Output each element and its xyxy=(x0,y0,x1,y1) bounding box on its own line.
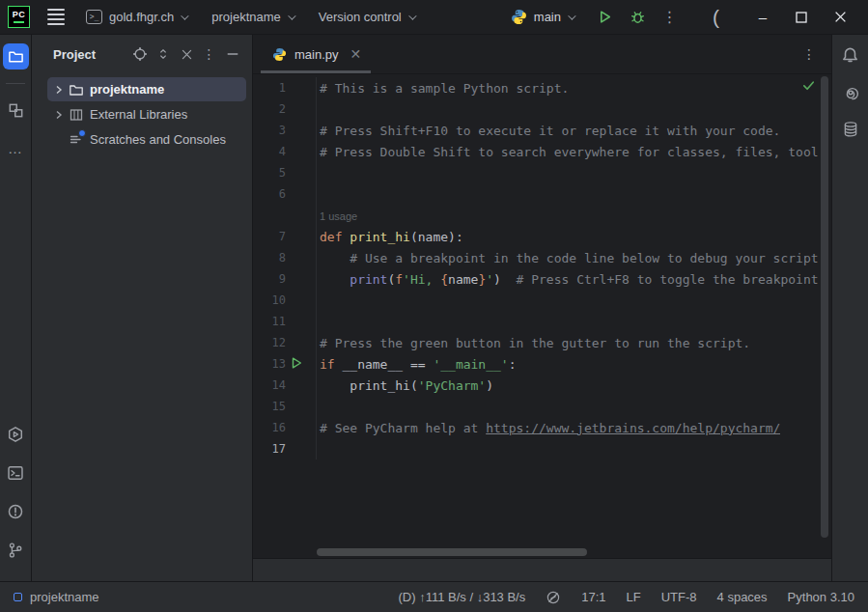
kebab-menu-icon: ⋮ xyxy=(203,46,217,62)
gutter[interactable]: 3 xyxy=(253,120,317,141)
remote-host-menu[interactable]: >_ gold.fhgr.ch xyxy=(78,6,194,28)
tab-main-py[interactable]: main.py ✕ xyxy=(261,35,371,73)
run-gutter-icon[interactable] xyxy=(290,356,303,370)
gutter[interactable]: 15 xyxy=(253,396,317,417)
line-number: 2 xyxy=(253,102,286,116)
vertical-scrollbar[interactable] xyxy=(821,76,828,538)
pycharm-window: PC >_ gold.fhgr.ch projektname Version c… xyxy=(0,0,868,612)
code-line[interactable]: 5 xyxy=(253,162,831,183)
run-configuration-selector[interactable]: main xyxy=(503,5,581,29)
more-tool-windows-button[interactable]: … xyxy=(3,135,29,161)
code-text: def print_hi(name): xyxy=(317,230,463,244)
structure-tool-window-button[interactable] xyxy=(3,97,29,124)
code-line[interactable]: 3# Press Shift+F10 to execute it or repl… xyxy=(253,120,831,141)
status-interpreter[interactable]: Python 3.10 xyxy=(788,590,854,604)
gutter[interactable]: 13 xyxy=(253,353,317,375)
panel-options-button[interactable]: ⋮ xyxy=(198,42,221,66)
expand-collapse-button[interactable] xyxy=(152,42,175,66)
gutter[interactable]: 11 xyxy=(253,311,317,332)
version-control-menu[interactable]: Version control xyxy=(311,6,422,28)
code-line[interactable]: 1# This is a sample Python script. xyxy=(253,77,831,98)
chevron-right-icon[interactable] xyxy=(51,85,67,95)
status-caret-position[interactable]: 17:1 xyxy=(581,590,605,604)
gutter[interactable]: 9 xyxy=(253,268,317,290)
inspections-ok-icon[interactable] xyxy=(801,78,816,93)
status-bar: projektname (D) ↑111 B/s / ↓313 B/s 17:1… xyxy=(0,581,868,612)
git-tool-window-button[interactable] xyxy=(3,537,29,563)
gutter[interactable]: 1 xyxy=(253,77,317,98)
tree-item-label: projektname xyxy=(90,82,164,97)
code-text: if __name__ == '__main__': xyxy=(317,357,517,372)
status-line-separator[interactable]: LF xyxy=(627,590,641,604)
editor-options-button[interactable]: ⋮ xyxy=(787,46,831,62)
services-tool-window-button[interactable] xyxy=(3,421,29,447)
code-text: # Use a breakpoint in the code line belo… xyxy=(317,251,819,265)
tree-item-projektname[interactable]: projektname xyxy=(47,77,246,101)
more-actions-button[interactable]: ⋮ xyxy=(657,4,684,31)
collapse-all-icon xyxy=(181,48,193,61)
code-line[interactable]: 14 print_hi('PyCharm') xyxy=(253,375,831,396)
locate-file-button[interactable] xyxy=(128,42,152,66)
status-project[interactable]: projektname xyxy=(30,590,99,604)
chevron-right-icon[interactable] xyxy=(51,110,67,120)
gutter[interactable]: 7 xyxy=(253,226,317,247)
project-tool-window-button[interactable] xyxy=(3,43,29,70)
code-line[interactable]: 10 xyxy=(253,290,831,311)
gutter[interactable]: 4 xyxy=(253,141,317,162)
project-menu[interactable]: projektname xyxy=(204,6,301,28)
run-button[interactable] xyxy=(591,4,618,31)
code-line[interactable]: 12# Press the green button in the gutter… xyxy=(253,332,831,353)
close-button[interactable] xyxy=(824,4,856,31)
code-line[interactable]: 17 xyxy=(253,438,831,459)
gutter[interactable]: 17 xyxy=(253,438,317,459)
git-branch-icon xyxy=(7,542,24,559)
tree-item-scratches[interactable]: Scratches and Consoles xyxy=(47,127,246,152)
code-line[interactable]: 8 # Use a breakpoint in the code line be… xyxy=(253,247,831,268)
line-number: 11 xyxy=(253,315,286,328)
code-line[interactable]: 15 xyxy=(253,396,831,417)
code-line[interactable]: 11 xyxy=(253,311,831,332)
code-text: # Press Double Shift to search everywher… xyxy=(317,145,819,159)
gutter[interactable]: 10 xyxy=(253,290,317,311)
gutter[interactable]: 8 xyxy=(253,247,317,268)
main-menu-button[interactable] xyxy=(47,6,65,27)
highlighting-off-icon[interactable] xyxy=(546,590,561,605)
horizontal-scrollbar[interactable] xyxy=(317,548,587,556)
gutter[interactable]: 2 xyxy=(253,98,317,120)
gutter[interactable] xyxy=(253,205,317,226)
terminal-tool-window-button[interactable] xyxy=(3,459,29,486)
code-line[interactable]: 6 xyxy=(253,183,831,205)
code-line[interactable]: 4# Press Double Shift to search everywhe… xyxy=(253,141,831,162)
problems-icon xyxy=(7,503,24,520)
tab-close-icon[interactable]: ✕ xyxy=(350,46,362,62)
code-line[interactable]: 16# See PyCharm help at https://www.jetb… xyxy=(253,417,831,438)
code-line[interactable]: 9 print(f'Hi, {name}') # Press Ctrl+F8 t… xyxy=(253,268,831,290)
notifications-button[interactable] xyxy=(837,42,863,69)
gutter[interactable]: 5 xyxy=(253,162,317,183)
tree-item-external-libraries[interactable]: External Libraries xyxy=(47,102,246,126)
usages-inlay-hint[interactable]: 1 usage xyxy=(317,209,357,223)
code-editor[interactable]: 1# This is a sample Python script.23# Pr… xyxy=(253,74,831,558)
maximize-button[interactable] xyxy=(785,4,818,31)
ai-assistant-button[interactable] xyxy=(837,79,863,105)
status-indent[interactable]: 4 spaces xyxy=(717,590,768,604)
gutter[interactable]: 12 xyxy=(253,332,317,353)
inlay-hint-row[interactable]: 1 usage xyxy=(253,205,831,226)
clock-badge-icon xyxy=(78,129,86,137)
code-line[interactable]: 7def print_hi(name): xyxy=(253,226,831,247)
code-text: # Press Shift+F10 to execute it or repla… xyxy=(317,124,780,138)
code-line[interactable]: 2 xyxy=(253,98,831,120)
status-encoding[interactable]: UTF-8 xyxy=(661,590,697,604)
gutter[interactable]: 16 xyxy=(253,417,317,438)
database-button[interactable] xyxy=(837,116,863,142)
code-line[interactable]: 13if __name__ == '__main__': xyxy=(253,353,831,375)
debug-button[interactable] xyxy=(624,4,651,31)
gutter[interactable]: 14 xyxy=(253,375,317,396)
hide-panel-button[interactable] xyxy=(221,42,244,66)
status-network-speed[interactable]: (D) ↑111 B/s / ↓313 B/s xyxy=(399,590,526,604)
gutter[interactable]: 6 xyxy=(253,183,317,205)
problems-tool-window-button[interactable] xyxy=(3,498,29,524)
minimize-button[interactable]: – xyxy=(746,4,779,31)
collapse-all-button[interactable] xyxy=(175,42,198,66)
crescent-icon[interactable]: ( xyxy=(713,8,719,27)
